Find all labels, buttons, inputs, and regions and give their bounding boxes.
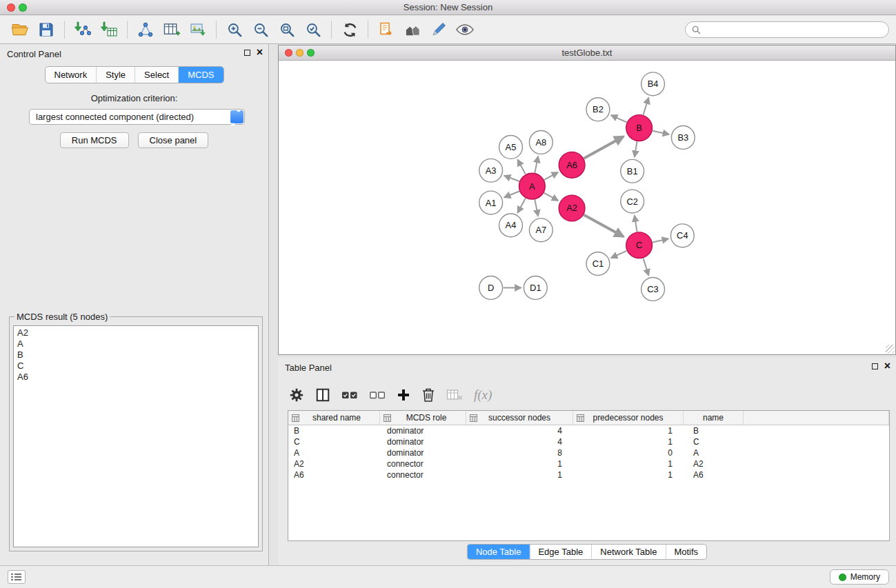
graph-node-C1[interactable]: C1 — [586, 252, 610, 276]
table-row[interactable]: A6 connector 1 1 A6 — [288, 469, 889, 480]
tab-edge-table[interactable]: Edge Table — [529, 545, 591, 559]
graph-node-B1[interactable]: B1 — [621, 159, 644, 183]
graph-node-B[interactable]: B — [626, 115, 653, 141]
table-row[interactable]: B dominator 4 1 B — [288, 425, 889, 436]
column-header-shared-name[interactable]: shared name — [288, 411, 380, 425]
float-panel-icon[interactable] — [872, 363, 878, 369]
function-builder-button[interactable]: f(x) — [474, 387, 492, 403]
result-item[interactable]: A6 — [17, 372, 255, 383]
table-row[interactable]: A2 connector 1 1 A2 — [288, 458, 889, 469]
column-header-successor-nodes[interactable]: successor nodes — [466, 411, 573, 425]
graph-edge-B-B3[interactable] — [653, 131, 669, 134]
table-settings-button[interactable] — [289, 387, 304, 403]
graph-node-B2[interactable]: B2 — [586, 98, 610, 121]
close-window-icon[interactable] — [7, 3, 15, 12]
refresh-button[interactable] — [337, 17, 363, 42]
graph-edge-B-B2[interactable] — [611, 115, 626, 122]
graph-edge-A6-B[interactable] — [584, 136, 624, 159]
result-item[interactable]: A — [17, 338, 255, 349]
add-column-button[interactable] — [397, 388, 410, 402]
graph-edge-A-A6[interactable] — [544, 172, 558, 180]
graph-node-A5[interactable]: A5 — [499, 135, 523, 159]
search-field[interactable] — [685, 21, 889, 38]
graph-node-A2[interactable]: A2 — [559, 195, 585, 221]
first-neighbors-button[interactable] — [373, 17, 399, 42]
graph-edge-B-B1[interactable] — [635, 141, 637, 156]
tab-mcds[interactable]: MCDS — [178, 67, 223, 83]
open-session-button[interactable] — [7, 17, 33, 42]
memory-button[interactable]: Memory — [830, 569, 889, 585]
zoom-selected-button[interactable] — [300, 17, 326, 42]
network-canvas[interactable]: B4B2BB3B1A5A8A6A3AA1C2A4A7A2C4CC1C3DD1 — [279, 61, 895, 354]
run-mcds-button[interactable]: Run MCDS — [60, 132, 129, 148]
result-item[interactable]: C — [17, 361, 255, 372]
close-panel-icon[interactable]: × — [884, 362, 890, 370]
graph-node-C[interactable]: C — [626, 232, 653, 258]
graph-node-C2[interactable]: C2 — [621, 190, 644, 213]
network-close-icon[interactable] — [285, 49, 292, 57]
delete-table-button[interactable] — [446, 388, 463, 402]
network-zoom-icon[interactable] — [307, 49, 315, 57]
graph-edge-A-A4[interactable] — [517, 199, 525, 213]
graph-node-B4[interactable]: B4 — [641, 72, 665, 96]
graph-node-A6[interactable]: A6 — [559, 152, 585, 178]
graph-node-A4[interactable]: A4 — [499, 214, 523, 237]
graph-edge-C-C1[interactable] — [611, 251, 626, 258]
graph-edge-A-A2[interactable] — [544, 193, 558, 201]
graph-edge-B-B4[interactable] — [644, 98, 649, 115]
tab-select[interactable]: Select — [135, 67, 178, 83]
search-input[interactable] — [704, 25, 882, 35]
deselect-all-button[interactable] — [369, 389, 386, 401]
column-header-mcds-role[interactable]: MCDS role — [380, 411, 466, 425]
graph-edge-A2-C[interactable] — [584, 215, 624, 237]
float-panel-icon[interactable] — [244, 50, 250, 56]
style-button[interactable] — [426, 17, 452, 42]
table-row[interactable]: A dominator 8 0 A — [288, 447, 889, 458]
result-item[interactable]: B — [17, 349, 255, 361]
tab-network[interactable]: Network — [45, 67, 96, 83]
graph-node-A3[interactable]: A3 — [479, 159, 503, 182]
graph-node-C3[interactable]: C3 — [641, 278, 665, 301]
tab-style[interactable]: Style — [96, 67, 135, 83]
graph-node-A7[interactable]: A7 — [529, 219, 552, 242]
tab-node-table[interactable]: Node Table — [468, 545, 530, 559]
save-session-button[interactable] — [33, 17, 59, 42]
show-hide-button[interactable] — [452, 17, 478, 42]
graph-edge-A-A7[interactable] — [535, 200, 538, 216]
new-table-button[interactable] — [159, 17, 185, 42]
home-button[interactable] — [399, 17, 426, 42]
zoom-fit-button[interactable] — [274, 17, 300, 42]
mcds-result-list[interactable]: A2 A B C A6 — [13, 325, 259, 547]
import-network-button[interactable] — [70, 17, 96, 42]
graph-edge-A-A5[interactable] — [517, 160, 525, 174]
task-history-button[interactable] — [8, 570, 26, 584]
graph-node-A1[interactable]: A1 — [479, 191, 503, 214]
optimization-criterion-dropdown[interactable]: largest connected component (directed) — [29, 109, 245, 125]
graph-node-D1[interactable]: D1 — [524, 276, 547, 300]
graph-node-B3[interactable]: B3 — [671, 126, 695, 150]
result-item[interactable]: A2 — [17, 327, 255, 338]
table-row[interactable]: C dominator 4 1 C — [288, 436, 889, 447]
graph-edge-A-A8[interactable] — [535, 156, 538, 173]
network-window-titlebar[interactable]: testGlobe.txt — [279, 45, 895, 61]
tab-network-table[interactable]: Network Table — [591, 545, 665, 559]
close-panel-icon[interactable]: × — [257, 48, 263, 57]
tab-motifs[interactable]: Motifs — [665, 545, 706, 559]
close-panel-button[interactable]: Close panel — [138, 132, 209, 148]
show-columns-button[interactable] — [315, 387, 330, 403]
zoom-out-button[interactable] — [248, 17, 274, 42]
graph-edge-A-A1[interactable] — [504, 192, 519, 198]
zoom-window-icon[interactable] — [19, 3, 27, 12]
resize-grip[interactable] — [886, 345, 895, 354]
graph-node-A8[interactable]: A8 — [529, 131, 552, 154]
graph-edge-A-A3[interactable] — [504, 176, 519, 181]
graph-edge-C-C4[interactable] — [653, 239, 668, 242]
graph-node-C4[interactable]: C4 — [670, 224, 694, 247]
graph-node-A[interactable]: A — [519, 173, 545, 199]
network-minimize-icon[interactable] — [296, 49, 303, 57]
graph-node-D[interactable]: D — [479, 276, 503, 300]
delete-column-button[interactable] — [421, 387, 435, 403]
export-image-button[interactable] — [185, 17, 211, 42]
import-table-button[interactable] — [96, 17, 122, 42]
graph-edge-C-C2[interactable] — [635, 216, 637, 232]
